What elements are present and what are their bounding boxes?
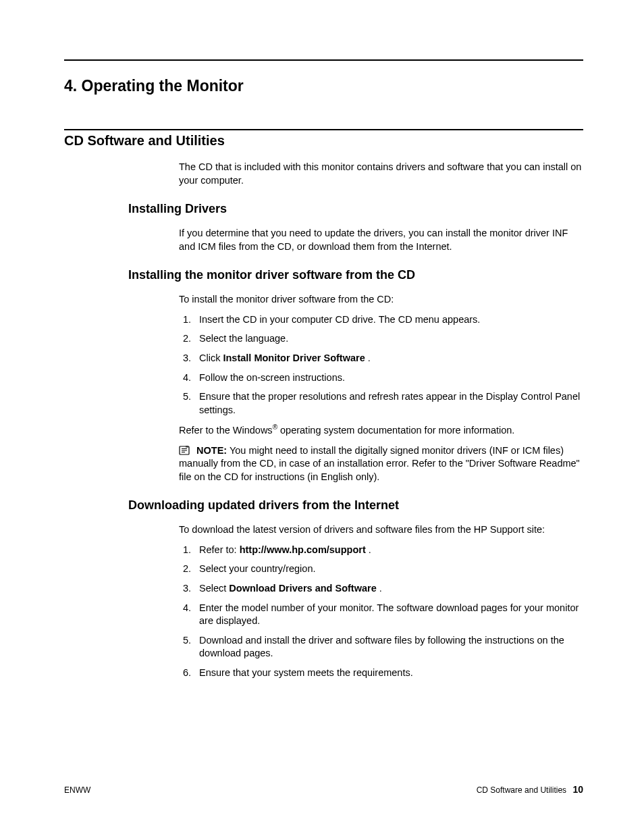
registered-symbol: ®: [273, 423, 277, 431]
list-item: Enter the model number of your monitor. …: [194, 602, 583, 628]
note-text: You might need to install the digitally …: [179, 445, 580, 482]
page-number: 10: [572, 784, 583, 795]
list-item: Insert the CD in your computer CD drive.…: [194, 313, 583, 327]
list-item: Download and install the driver and soft…: [194, 634, 583, 660]
section-rule: [64, 129, 583, 130]
list-item: Refer to: http://www.hp.com/support .: [194, 544, 583, 557]
note-block: NOTE: You might need to install the digi…: [179, 444, 583, 484]
footer-left: ENWW: [64, 785, 90, 795]
install-cd-steps: Insert the CD in your computer CD drive.…: [179, 313, 583, 417]
list-item: Ensure that your system meets the requir…: [194, 667, 583, 680]
top-rule: [64, 59, 583, 61]
section-title: CD Software and Utilities: [64, 133, 583, 149]
list-item: Select Download Drivers and Software .: [194, 582, 583, 596]
section-intro: The CD that is included with this monito…: [179, 161, 583, 187]
list-item: Follow the on-screen instructions.: [194, 371, 583, 385]
page-footer: ENWW CD Software and Utilities 10: [64, 784, 583, 795]
list-item: Select your country/region.: [194, 563, 583, 576]
subheading-install-from-cd: Installing the monitor driver software f…: [128, 268, 583, 282]
note-label: NOTE:: [196, 445, 227, 456]
subheading-installing-drivers: Installing Drivers: [128, 202, 583, 216]
chapter-title: 4. Operating the Monitor: [64, 77, 583, 95]
installing-drivers-text: If you determine that you need to update…: [179, 227, 583, 253]
windows-ref: Refer to the Windows® operating system d…: [179, 423, 583, 437]
note-icon: [179, 446, 190, 455]
list-item: Click Install Monitor Driver Software .: [194, 352, 583, 365]
footer-right: CD Software and Utilities 10: [477, 784, 583, 795]
subheading-download-internet: Downloading updated drivers from the Int…: [128, 498, 583, 513]
list-item: Ensure that the proper resolutions and r…: [194, 390, 583, 417]
install-cd-intro: To install the monitor driver software f…: [179, 293, 583, 307]
download-intro: To download the latest version of driver…: [179, 523, 583, 537]
download-steps: Refer to: http://www.hp.com/support . Se…: [179, 544, 583, 680]
list-item: Select the language.: [194, 332, 583, 346]
